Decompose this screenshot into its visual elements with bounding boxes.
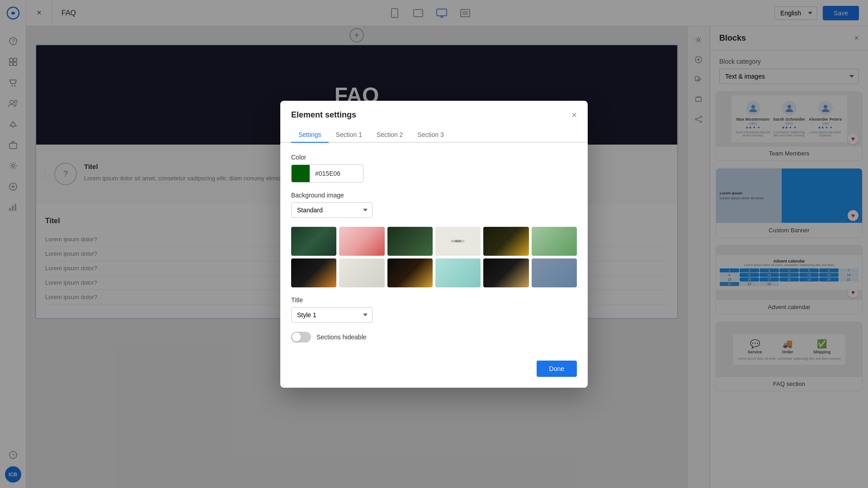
modal-body: Color Background image Standard Custom N… — [280, 143, 588, 353]
image-thumb-11[interactable] — [483, 258, 528, 287]
modal-overlay[interactable]: Element settings × Settings Section 1 Se… — [0, 0, 868, 488]
image-grid: ✒✒ — [291, 227, 577, 287]
color-text-input[interactable] — [310, 166, 363, 181]
title-form-row: Title Style 1 Style 2 Style 3 — [291, 296, 577, 323]
title-style-select[interactable]: Style 1 Style 2 Style 3 — [291, 307, 373, 323]
image-thumb-10[interactable] — [435, 258, 481, 287]
image-thumb-7[interactable] — [291, 258, 336, 287]
modal-tab-section2[interactable]: Section 2 — [369, 127, 410, 143]
color-input-group — [291, 164, 363, 183]
image-thumb-3[interactable] — [387, 227, 433, 256]
sections-hideable-row: Sections hideable — [291, 332, 577, 343]
done-button[interactable]: Done — [537, 361, 577, 377]
image-thumb-12[interactable] — [532, 258, 577, 287]
modal-title: Element settings — [291, 110, 356, 120]
modal-tab-settings[interactable]: Settings — [291, 127, 329, 143]
color-swatch[interactable] — [292, 165, 310, 182]
background-image-label: Background image — [291, 192, 577, 199]
modal-tab-section1[interactable]: Section 1 — [329, 127, 369, 143]
image-thumb-5[interactable] — [483, 227, 528, 256]
image-thumb-4[interactable]: ✒✒ — [435, 227, 481, 256]
image-thumb-6[interactable] — [532, 227, 577, 256]
background-image-form-row: Background image Standard Custom None — [291, 192, 577, 218]
background-image-select[interactable]: Standard Custom None — [291, 202, 373, 218]
toggle-knob — [292, 333, 301, 342]
element-settings-modal: Element settings × Settings Section 1 Se… — [280, 101, 588, 388]
modal-header: Element settings × — [280, 101, 588, 120]
image-thumb-9[interactable] — [387, 258, 433, 287]
modal-tab-section3[interactable]: Section 3 — [410, 127, 451, 143]
sections-hideable-toggle[interactable] — [291, 332, 311, 343]
modal-close-button[interactable]: × — [571, 110, 577, 120]
modal-tabs: Settings Section 1 Section 2 Section 3 — [280, 120, 588, 143]
title-form-label: Title — [291, 296, 577, 304]
image-thumb-2[interactable] — [339, 227, 384, 256]
modal-footer: Done — [280, 353, 588, 388]
image-thumb-8[interactable] — [339, 258, 384, 287]
sections-hideable-label: Sections hideable — [316, 333, 367, 341]
image-thumb-1[interactable] — [291, 227, 336, 256]
color-label: Color — [291, 154, 577, 161]
color-form-row: Color — [291, 154, 577, 183]
